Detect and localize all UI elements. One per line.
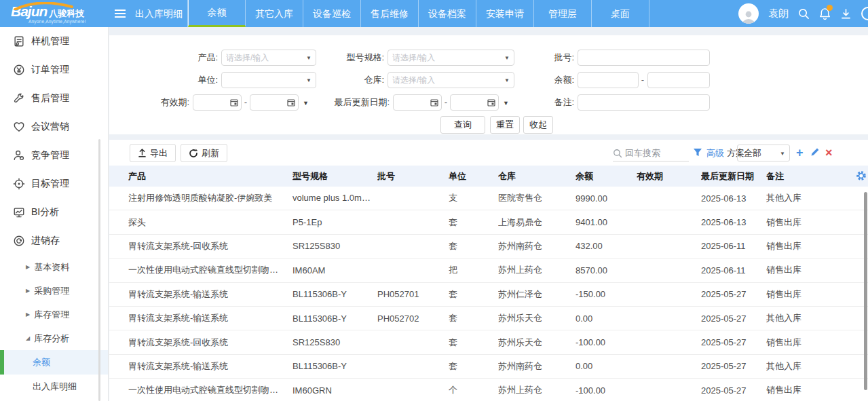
sidebar-submenu-采购管理[interactable]: ▶采购管理: [0, 279, 108, 303]
last-update-start-date[interactable]: [393, 94, 442, 111]
cell-updated: 2025-06-13: [701, 217, 766, 227]
sidebar-item-进销存[interactable]: 进销存: [0, 227, 108, 255]
cell-balance: 432.00: [575, 241, 637, 251]
column-header-产品[interactable]: 产品: [128, 170, 293, 183]
menu-toggle-icon[interactable]: [110, 0, 130, 27]
sidebar-item-售后管理[interactable]: 售后管理: [0, 84, 108, 113]
nav-tab-3[interactable]: 其它入库: [246, 0, 303, 27]
sidebar-item-样机管理[interactable]: 样机管理: [0, 27, 108, 56]
validity-range-separator: -: [242, 94, 249, 111]
nav-tab-6[interactable]: 设备档案: [419, 0, 476, 27]
batch-input[interactable]: [578, 50, 710, 66]
table-row[interactable]: 一次性使用电动式腔镜直线型切割吻合器及...IM60AM把苏州上药仓8570.0…: [109, 259, 868, 282]
table-row[interactable]: 一次性使用电动式腔镜直线型切割吻合器及...IM60GRN个苏州上药仓-100.…: [109, 379, 868, 401]
balance-max-input[interactable]: [647, 72, 710, 88]
cell-product: 注射用修饰透明质酸钠凝胶-伊婉致美: [128, 192, 293, 204]
quick-search[interactable]: [613, 145, 689, 161]
sidebar-item-BI分析[interactable]: BI分析: [0, 198, 108, 227]
table-row[interactable]: 探头P5-1Ep套上海易鼎仓9401.002025-06-13销售出库: [109, 210, 868, 234]
query-button[interactable]: 查询: [440, 116, 485, 134]
cell-model: volume plus 1.0ml/支: [293, 192, 377, 204]
sidebar-submenu-label: 库存分析: [34, 332, 69, 345]
sidebar-submenu-基本资料[interactable]: ▶基本资料: [0, 255, 108, 279]
user-name[interactable]: 袁朗: [768, 7, 789, 20]
last-update-range-separator: -: [442, 94, 449, 111]
nav-tab-7[interactable]: 安装申请: [476, 0, 534, 27]
cell-remark: 其他入库: [766, 360, 868, 373]
nav-tab-1[interactable]: 出入库明细: [130, 0, 188, 27]
sidebar-item-会议营销[interactable]: 会议营销: [0, 113, 108, 141]
column-header-有效期[interactable]: 有效期: [637, 170, 701, 183]
column-settings-gear-icon[interactable]: [856, 170, 867, 183]
cell-unit: 套: [449, 288, 498, 301]
column-header-单位[interactable]: 单位: [449, 170, 498, 183]
edit-scheme-icon[interactable]: [810, 147, 820, 159]
balance-min-input[interactable]: [578, 72, 639, 88]
cell-warehouse: 苏州南药仓: [498, 360, 575, 373]
avatar[interactable]: [738, 3, 759, 24]
help-icon[interactable]: [861, 7, 868, 20]
cell-updated: 2025-06-11: [701, 241, 766, 251]
quick-search-input[interactable]: [625, 148, 683, 158]
unit-select[interactable]: ▼: [221, 72, 316, 88]
model-label: 型号规格:: [279, 50, 384, 66]
filter-panel: 产品: ▼ 型号规格: ▼ 批号: 单位: ▼ 仓库: ▼ 余额: - 有效期:…: [109, 35, 868, 134]
remark-input[interactable]: [578, 94, 710, 111]
nav-tab-5[interactable]: 售后维修: [361, 0, 419, 27]
column-header-型号规格[interactable]: 型号规格: [293, 170, 377, 183]
notifications-bell-icon[interactable]: [819, 7, 831, 20]
column-header-最后更新日期[interactable]: 最后更新日期: [701, 170, 766, 183]
search-icon[interactable]: [798, 8, 810, 20]
add-scheme-button[interactable]: +: [796, 144, 804, 161]
nav-tab-8[interactable]: 管理层: [534, 0, 592, 27]
advanced-link[interactable]: 高级: [706, 147, 724, 159]
cell-product: 胃转流支架系统-输送系统: [128, 288, 293, 301]
sidebar-submenu-库存管理[interactable]: ▶库存管理: [0, 303, 108, 326]
column-header-批号[interactable]: 批号: [377, 170, 449, 183]
export-button[interactable]: 导出: [130, 144, 176, 162]
last-update-end-date[interactable]: [450, 94, 499, 111]
validity-end-date[interactable]: [250, 94, 299, 111]
nav-tab-4[interactable]: 设备巡检: [303, 0, 361, 27]
reset-button[interactable]: 重置: [490, 116, 520, 134]
sidebar-item-订单管理[interactable]: 订单管理: [0, 56, 108, 84]
refresh-button[interactable]: 刷新: [181, 144, 227, 162]
sidebar-leaf-出入库明细[interactable]: 出入库明细: [0, 375, 108, 399]
sidebar-scrollbar[interactable]: [98, 139, 100, 401]
validity-label: 有效期:: [109, 94, 189, 111]
validity-start-date[interactable]: [193, 94, 242, 111]
table-row[interactable]: 胃转流支架系统-回收系统SR125S830套苏州乐天仓-100.002025-0…: [109, 330, 868, 354]
cell-product: 胃转流支架系统-输送系统: [128, 360, 293, 373]
table-row[interactable]: 胃转流支架系统-回收系统SR125S830套苏州南药仓432.002025-06…: [109, 235, 868, 259]
download-icon[interactable]: [840, 8, 852, 20]
nav-tab-9[interactable]: 桌面: [592, 0, 649, 27]
nav-tab-2[interactable]: 余额: [188, 0, 246, 27]
cell-remark: 销售出库: [766, 240, 868, 252]
scheme-select[interactable]: 全部▼: [737, 145, 790, 161]
delete-scheme-button[interactable]: ×: [825, 144, 833, 161]
table-row[interactable]: 胃转流支架系统-输送系统BL115306B-YPH052702套苏州乐天仓0.0…: [109, 307, 868, 330]
sidebar-item-label: 进销存: [31, 235, 60, 247]
column-header-仓库[interactable]: 仓库: [498, 170, 575, 183]
sidebar-submenu-库存分析[interactable]: ◢库存分析: [0, 326, 108, 350]
table-row[interactable]: 胃转流支架系统-输送系统BL115306B-YPH052701套苏州仁泽仓-15…: [109, 283, 868, 307]
cell-product: 一次性使用电动式腔镜直线型切割吻合器及...: [128, 264, 293, 276]
cell-model: BL115306B-Y: [293, 361, 377, 371]
column-header-余额[interactable]: 余额: [575, 170, 637, 183]
table-panel: 导出 刷新 高级 方案: 全部▼ + ×: [109, 140, 868, 401]
table-scrollbar[interactable]: [864, 192, 867, 390]
sidebar-item-竞争管理[interactable]: 竞争管理: [0, 141, 108, 170]
cell-updated: 2025-05-27: [701, 313, 766, 324]
sidebar-item-目标管理[interactable]: 目标管理: [0, 170, 108, 198]
filter-funnel-icon[interactable]: [693, 147, 702, 159]
brand-tagline: Anyone,Anytime,Anywhere!: [29, 19, 110, 24]
validity-dropdown-icon[interactable]: ▼: [303, 94, 309, 111]
sidebar: 样机管理订单管理售后管理会议营销竞争管理目标管理BI分析进销存▶基本资料▶采购管…: [0, 27, 109, 401]
cell-unit: 个: [449, 384, 498, 396]
column-header-备注[interactable]: 备注: [766, 170, 868, 183]
table-row[interactable]: 注射用修饰透明质酸钠凝胶-伊婉致美volume plus 1.0ml/支支医院寄…: [109, 187, 868, 210]
sidebar-leaf-余额[interactable]: 余额: [0, 350, 108, 375]
table-header: 产品型号规格批号单位仓库余额有效期最后更新日期备注: [109, 166, 868, 187]
table-row[interactable]: 胃转流支架系统-输送系统BL115306B-Y套苏州南药仓0.002025-05…: [109, 355, 868, 379]
collapse-button[interactable]: 收起: [523, 116, 553, 134]
